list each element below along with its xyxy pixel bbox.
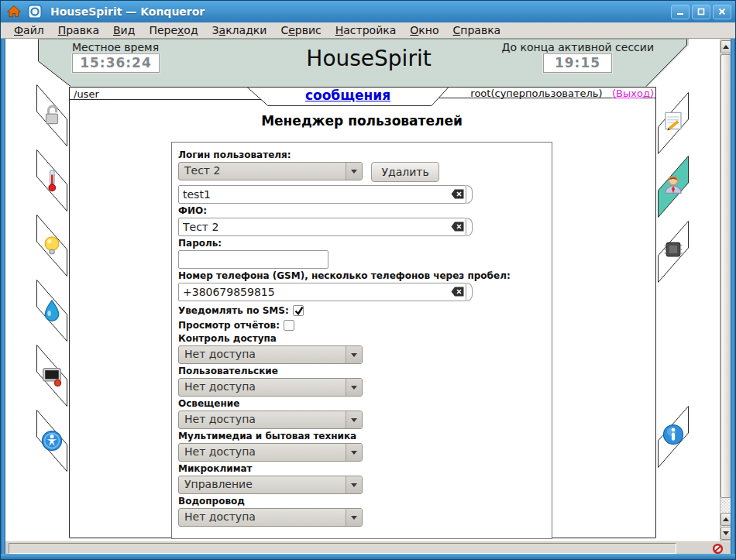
home-icon[interactable]	[6, 4, 22, 19]
page-title: Менеджер пользователей	[171, 113, 552, 129]
login-select[interactable]: Тест 2	[178, 162, 363, 180]
menu-item-file[interactable]: Файл	[7, 22, 51, 38]
titlebar: HouseSpirit — Konqueror	[1, 1, 735, 22]
chevron-down-icon[interactable]	[346, 163, 362, 180]
lock-icon	[40, 104, 64, 127]
access-select-water[interactable]: Нет доступа	[178, 508, 363, 527]
session-label: До конца активной сессии	[435, 41, 654, 53]
notes-icon	[662, 109, 685, 132]
current-user-label: root(суперпользователь)	[470, 88, 602, 99]
konqueror-app-icon	[27, 4, 43, 19]
access-select-microclimate[interactable]: Управление	[178, 476, 363, 494]
status-message	[9, 543, 676, 554]
sms-label: Уведомлять по SMS:	[178, 305, 289, 316]
scroll-up-button-bottom[interactable]	[721, 513, 731, 526]
access-select-custom[interactable]: Нет доступа	[178, 378, 363, 397]
triangle-down-icon	[723, 531, 729, 538]
accessibility-icon	[40, 429, 64, 452]
password-input[interactable]	[178, 250, 328, 269]
scroll-down-button[interactable]	[721, 527, 731, 540]
clear-input-icon[interactable]	[451, 222, 464, 232]
logout-link[interactable]: (Выход)	[612, 88, 654, 99]
chevron-down-icon[interactable]	[346, 411, 362, 428]
security-indicator[interactable]	[707, 542, 727, 555]
select-value: Управление	[184, 478, 253, 490]
delete-user-button[interactable]: Удалить	[371, 162, 439, 182]
input-cap	[466, 185, 473, 204]
access-select-lighting[interactable]: Нет доступа	[178, 411, 363, 429]
messages-link[interactable]: сообщения	[305, 88, 390, 103]
sidebar-item-devices[interactable]	[658, 221, 689, 283]
sidebar-item-climate[interactable]	[36, 149, 67, 211]
window-frame-right	[731, 39, 735, 559]
sidebar-item-info[interactable]	[658, 406, 689, 468]
sidebar-item-lighting[interactable]	[36, 215, 67, 277]
konqueror-window: HouseSpirit — Konqueror ФайлПравкаВидПер…	[0, 0, 736, 560]
chevron-down-icon[interactable]	[346, 509, 362, 526]
scrollbar-thumb[interactable]	[721, 54, 731, 498]
input-cap	[466, 218, 473, 236]
menu-item-help[interactable]: Справка	[446, 22, 508, 38]
current-path: /user	[74, 88, 99, 100]
sidebar-item-multimedia[interactable]	[36, 345, 67, 407]
user-manager-form: Логин пользователя: Тест 2 Удалить ФИО:	[171, 142, 552, 539]
close-button[interactable]	[713, 5, 731, 19]
select-value: Нет доступа	[184, 413, 256, 425]
access-label-custom: Пользовательские	[178, 366, 552, 376]
sidebar-item-access[interactable]	[36, 410, 67, 472]
menu-item-settings[interactable]: Настройка	[328, 22, 404, 38]
menu-item-edit[interactable]: Правка	[51, 22, 106, 38]
triangle-up-icon	[723, 514, 729, 521]
menu-item-tools[interactable]: Сервис	[273, 22, 328, 38]
tab-messages[interactable]: сообщения	[270, 88, 425, 103]
reports-label: Просмотр отчётов:	[178, 320, 280, 331]
user-icon	[662, 173, 685, 196]
sidebar-item-journal[interactable]	[658, 92, 689, 154]
access-label-lighting: Освещение	[178, 398, 552, 409]
input-cap	[466, 283, 473, 301]
menu-item-go[interactable]: Переход	[142, 22, 205, 38]
sidebar-item-water[interactable]	[36, 280, 67, 342]
phone-label: Номер телефона (GSM), несколько телефоно…	[178, 270, 552, 281]
scroll-up-button[interactable]	[721, 40, 731, 53]
session-user-area: root(суперпользователь) (Выход)	[435, 88, 654, 99]
chip-icon	[662, 238, 685, 261]
maximize-button[interactable]	[692, 5, 710, 19]
access-label-multimedia: Мультимедиа и бытовая техника	[178, 431, 552, 441]
window-frame-bottom	[1, 554, 735, 559]
access-select-access-control[interactable]: Нет доступа	[178, 345, 363, 364]
sidebar-item-security[interactable]	[36, 84, 67, 146]
sms-checkbox[interactable]	[293, 305, 304, 316]
info-icon	[662, 423, 685, 446]
window-title: HouseSpirit — Konqueror	[50, 5, 671, 18]
tv-icon	[40, 364, 64, 387]
menu-item-view[interactable]: Вид	[106, 22, 142, 38]
select-value: Нет доступа	[184, 510, 256, 523]
sidebar-item-users-active[interactable]	[658, 156, 689, 218]
access-select-multimedia[interactable]: Нет доступа	[178, 443, 363, 462]
access-label-water: Водопровод	[178, 496, 552, 507]
menu-item-bookmarks[interactable]: Закладки	[205, 22, 274, 38]
chevron-down-icon[interactable]	[346, 346, 362, 363]
chevron-down-icon[interactable]	[346, 379, 362, 396]
stop-icon	[712, 543, 724, 555]
window-frame-left	[1, 39, 5, 559]
login-input[interactable]	[178, 185, 466, 204]
chevron-down-icon[interactable]	[346, 476, 362, 493]
triangle-up-icon	[723, 42, 729, 49]
reports-checkbox[interactable]	[284, 320, 294, 331]
local-time-value: 15:36:24	[72, 53, 160, 73]
clear-input-icon[interactable]	[451, 189, 464, 199]
water-drop-icon	[40, 299, 64, 322]
access-label-access-control: Контроль доступа	[178, 333, 552, 344]
thermometer-icon	[40, 169, 64, 192]
chevron-down-icon[interactable]	[346, 444, 362, 461]
menu-item-window[interactable]: Окно	[403, 22, 445, 38]
select-value: Нет доступа	[184, 445, 256, 458]
minimize-button[interactable]	[671, 5, 690, 19]
phone-input[interactable]	[178, 283, 466, 301]
access-label-microclimate: Микроклимат	[178, 463, 552, 474]
clear-input-icon[interactable]	[451, 287, 464, 297]
fio-input[interactable]	[178, 218, 466, 236]
password-label: Пароль:	[178, 238, 552, 249]
